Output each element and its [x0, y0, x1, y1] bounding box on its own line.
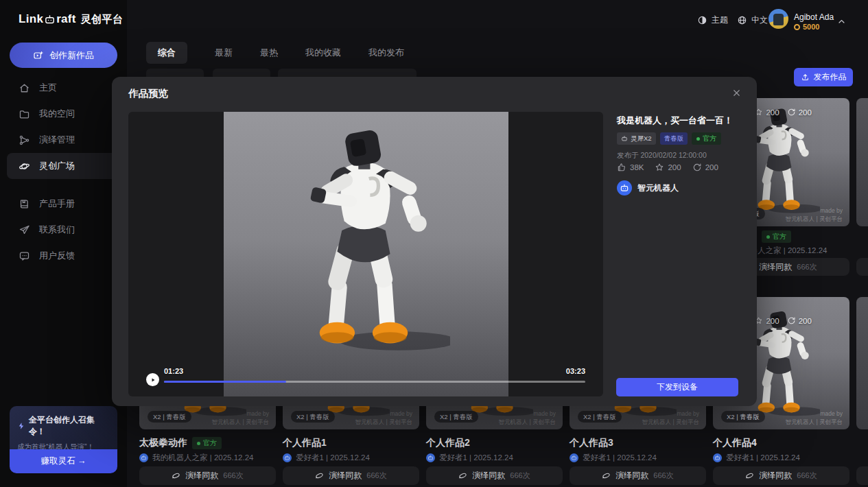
- tab-comprehensive[interactable]: 综合: [146, 42, 187, 64]
- tab-newest[interactable]: 最新: [215, 47, 233, 59]
- logo-robot-icon: [44, 14, 56, 25]
- watermark: made by智元机器人 | 灵创平台: [786, 207, 843, 223]
- language-label: 中文: [751, 14, 768, 26]
- shares-stat[interactable]: 200: [692, 163, 718, 172]
- work-thumbnail[interactable]: [856, 297, 868, 429]
- replay-same-button[interactable]: 演绎同款666次: [713, 466, 849, 485]
- card-title-row: 个人作品4: [713, 437, 757, 449]
- card-author: 爱好者1 | 2025.12.24: [426, 453, 513, 463]
- video-player[interactable]: 01:23 03:23: [128, 112, 603, 396]
- sidebar-item-performance-management[interactable]: 演绎管理: [7, 127, 120, 153]
- author-row[interactable]: 智元机器人: [617, 180, 679, 195]
- model-badge: X2 | 青春版: [434, 411, 478, 423]
- play-button[interactable]: [146, 373, 159, 386]
- progress-bar[interactable]: [164, 381, 585, 383]
- publish-work-button[interactable]: 发布作品: [794, 68, 853, 86]
- sidebar: Link raft 灵创平台 创作新作品 主页 我的空间 演绎管理 灵创广场 产…: [0, 0, 127, 487]
- tab-my-publications[interactable]: 我的发布: [368, 47, 404, 59]
- close-icon[interactable]: [729, 86, 743, 99]
- publish-label: 发布作品: [814, 71, 847, 83]
- globe-icon: [737, 15, 747, 25]
- card-title[interactable]: 个人作品2: [426, 437, 470, 449]
- official-dot: [766, 235, 770, 239]
- sidebar-item-lingchuang-plaza[interactable]: 灵创广场: [7, 153, 120, 179]
- work-thumbnail[interactable]: [856, 98, 868, 226]
- card-title[interactable]: 个人作品4: [713, 437, 757, 449]
- star-icon: [655, 163, 664, 172]
- replay-icon: [458, 471, 467, 480]
- replay-same-button[interactable]: 演绎同款666次: [139, 466, 276, 485]
- replay-icon: [745, 471, 754, 480]
- sidebar-item-home[interactable]: 主页: [7, 75, 120, 101]
- work-stats: 38K 200 200: [617, 163, 718, 172]
- user-avatar[interactable]: [769, 9, 788, 29]
- promo-title: 全平台创作人召集令！: [29, 414, 110, 438]
- work-tags: 灵犀X2 青春版 官方: [617, 132, 721, 145]
- nodes-icon: [19, 134, 30, 146]
- book-icon: [19, 198, 30, 210]
- replay-icon: [172, 471, 180, 480]
- video-plus-icon: [33, 50, 44, 61]
- upload-icon: [801, 73, 810, 82]
- sidebar-item-contact-us[interactable]: 联系我们: [7, 217, 120, 243]
- card-author: 我的机器人之家 | 2025.12.24: [139, 453, 253, 463]
- card-author: 爱好者1 | 2025.12.24: [713, 453, 800, 463]
- watermark: made by智元机器人 | 灵创平台: [499, 410, 556, 426]
- sidebar-item-user-feedback[interactable]: 用户反馈: [7, 243, 120, 269]
- card-author: 爱好者1 | 2025.12.24: [570, 453, 657, 463]
- current-time: 01:23: [164, 367, 183, 375]
- sidebar-item-my-space[interactable]: 我的空间: [7, 101, 120, 127]
- replay-same-button[interactable]: [856, 258, 868, 276]
- send-to-device-button[interactable]: 下发到设备: [616, 378, 738, 396]
- author-avatar-icon: [139, 453, 148, 462]
- watermark: made by智元机器人 | 灵创平台: [355, 410, 412, 426]
- thumb-up-icon: [617, 163, 626, 172]
- video-frame: [224, 112, 508, 396]
- official-dot: [696, 137, 700, 141]
- tab-my-favorites[interactable]: 我的收藏: [305, 47, 341, 59]
- author-avatar-icon: [283, 453, 292, 462]
- card-title[interactable]: 个人作品3: [570, 437, 613, 449]
- tab-hottest[interactable]: 最热: [260, 47, 278, 59]
- share-icon: [692, 163, 702, 172]
- card-title[interactable]: 太极拳动作: [139, 437, 187, 449]
- publish-date: 发布于 2020/02/02 12:00:00: [617, 151, 707, 161]
- theme-toggle[interactable]: 主题: [697, 14, 728, 26]
- replay-same-button[interactable]: 演绎同款666次: [283, 466, 419, 485]
- folder-icon: [19, 108, 30, 120]
- work-info-panel: 我是机器人，买一台省一百！ 灵犀X2 青春版 官方 发布于 2020/02/02…: [617, 115, 743, 127]
- replay-icon: [315, 471, 324, 480]
- app-logo: Link raft 灵创平台: [19, 12, 123, 26]
- theme-label: 主题: [712, 14, 728, 26]
- creator-promo-card: 全平台创作人召集令！ 成为首批“机器人导演”！ 赚取灵石 →: [10, 406, 117, 473]
- chevron-up-icon[interactable]: [836, 16, 847, 27]
- card-title-row: 个人作品2: [426, 437, 470, 449]
- model-badge: X2 | 青春版: [721, 411, 765, 423]
- edition-tag: 青春版: [660, 132, 688, 145]
- create-label: 创作新作品: [49, 49, 94, 62]
- sort-tabs: 综合 最新 最热 我的收藏 我的发布: [146, 43, 404, 62]
- likes-stat[interactable]: 38K: [617, 163, 644, 172]
- model-badge: X2 | 青春版: [578, 411, 622, 423]
- card-title[interactable]: 个人作品1: [283, 437, 327, 449]
- author-avatar-icon: [426, 453, 435, 462]
- sidebar-item-product-manual[interactable]: 产品手册: [7, 191, 120, 217]
- replay-same-button[interactable]: 演绎同款666次: [570, 466, 706, 485]
- progress-fill: [164, 381, 286, 383]
- robot-face-icon: [621, 135, 628, 142]
- promo-banner: 全平台创作人召集令！ 成为首批“机器人导演”！: [10, 406, 117, 449]
- create-new-work-button[interactable]: 创作新作品: [10, 43, 117, 68]
- theme-contrast-icon: [697, 15, 707, 25]
- app-window: 主题 中文 Agibot Ada 5000 综合 最新 最热 我的收藏 我的发布…: [0, 0, 868, 487]
- stars-stat[interactable]: 200: [655, 163, 681, 172]
- bolt-icon: [17, 422, 25, 430]
- language-switcher[interactable]: 中文: [737, 14, 768, 26]
- replay-same-button[interactable]: [856, 466, 868, 485]
- work-preview-modal: 作品预览 01:23 03:23 我是机器人，买一台省一百！: [112, 77, 757, 406]
- modal-title: 作品预览: [128, 87, 168, 100]
- official-badge: 官方: [192, 437, 222, 449]
- earn-lingshi-button[interactable]: 赚取灵石 →: [10, 449, 117, 473]
- replay-same-button[interactable]: 演绎同款666次: [426, 466, 563, 485]
- watermark: made by智元机器人 | 灵创平台: [212, 410, 269, 426]
- play-icon: [149, 376, 157, 384]
